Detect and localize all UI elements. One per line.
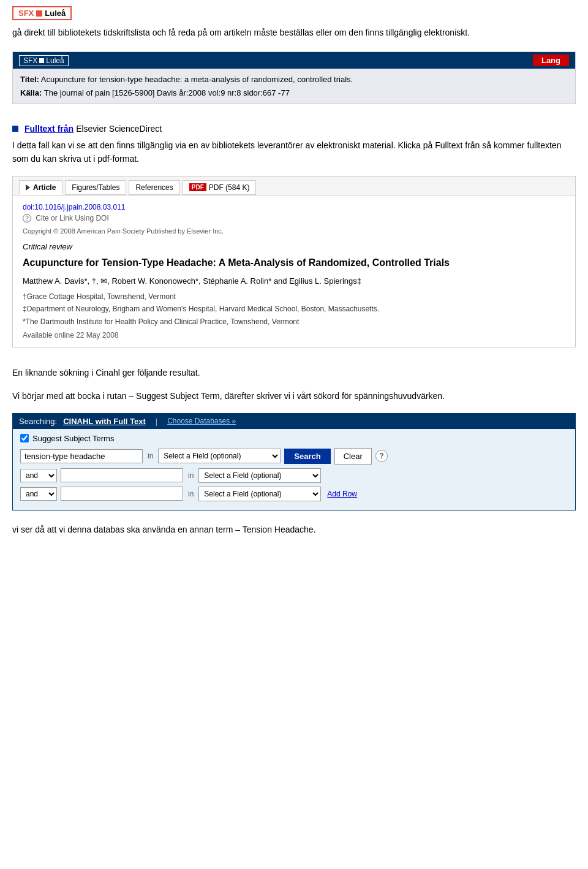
cinahl-intro-1: En liknande sökning i Cinahl ger följand… — [12, 366, 576, 379]
sfx-panel-body: Titel: Acupuncture for tension-type head… — [13, 69, 575, 104]
sfx-logo-top: SFX Luleå — [12, 6, 72, 20]
article-affil-2: ‡Department of Neurology, Brigham and Wo… — [23, 304, 565, 314]
sfx-title-label: Titel: — [20, 75, 39, 84]
article-type: Critical review — [23, 242, 565, 251]
pdf-icon: PDF — [189, 183, 206, 191]
tab-article[interactable]: Article — [19, 180, 62, 195]
article-affil-1: †Grace Cottage Hospital, Townshend, Verm… — [23, 292, 565, 302]
searching-label: Searching: — [19, 417, 57, 426]
fulltext-area: Fulltext från Elsevier ScienceDirect — [12, 116, 576, 139]
article-copyright: Copyright © 2008 American Pain Society P… — [23, 227, 565, 235]
sfx-text: SFX — [18, 9, 34, 18]
search-row-1: in Select a Field (optional) Search Clea… — [20, 448, 568, 465]
article-doi[interactable]: doi:10.1016/j.jpain.2008.03.011 — [23, 203, 565, 211]
in-label-3: in — [188, 490, 194, 498]
field-select-3[interactable]: Select a Field (optional) — [198, 487, 321, 501]
intro-paragraph: gå direkt till bibliotekets tidskriftsli… — [12, 26, 576, 39]
sfx-source-label: Källa: — [20, 88, 42, 97]
tab-article-label: Article — [33, 183, 56, 192]
tab-pdf[interactable]: PDF PDF (584 K) — [183, 180, 257, 195]
field-select-2[interactable]: Select a Field (optional) — [198, 468, 321, 483]
in-label-1: in — [148, 452, 153, 460]
help-button[interactable]: ? — [375, 450, 388, 462]
fulltext-provider: Elsevier ScienceDirect — [76, 124, 162, 134]
sfx-title-value: Acupuncture for tension-type headache: a… — [41, 75, 353, 84]
cite-circle-icon: ? — [23, 214, 31, 222]
sfx-panel: SFX Luleå Lang Titel: Acupuncture for te… — [12, 51, 576, 104]
tab-references[interactable]: References — [129, 180, 179, 195]
cinahl-body: Suggest Subject Terms in Select a Field … — [13, 429, 575, 510]
article-available: Available online 22 May 2008 — [23, 331, 565, 340]
suggest-label: Suggest Subject Terms — [32, 434, 114, 443]
field-select-1[interactable]: Select a Field (optional) — [158, 449, 281, 463]
sfx-source-value: The journal of pain [1526-5900] Davis år… — [44, 88, 290, 97]
article-body: doi:10.1016/j.jpain.2008.03.011 ? Cite o… — [13, 195, 575, 347]
pipe-separator: | — [156, 417, 157, 426]
lang-button[interactable]: Lang — [533, 55, 569, 66]
suggest-subject-row: Suggest Subject Terms — [20, 434, 568, 443]
sfx-panel-header: SFX Luleå Lang — [13, 52, 575, 69]
article-viewer: Article Figures/Tables References PDF PD… — [12, 176, 576, 347]
cinahl-search-box: Searching: CINAHL with Full Text | Choos… — [12, 413, 576, 510]
article-affil-3: *The Dartmouth Institute for Health Poli… — [23, 317, 565, 327]
fulltext-bullet — [12, 126, 18, 132]
cite-text: Cite or Link Using DOI — [36, 214, 108, 222]
cinahl-header: Searching: CINAHL with Full Text | Choos… — [13, 414, 575, 429]
tab-figures[interactable]: Figures/Tables — [65, 180, 126, 195]
cinahl-intro-2: Vi börjar med att bocka i rutan – Sugges… — [12, 389, 576, 403]
add-row-link[interactable]: Add Row — [327, 490, 357, 498]
tab-figures-label: Figures/Tables — [72, 183, 119, 192]
clear-button[interactable]: Clear — [334, 448, 372, 465]
tab-pdf-label: PDF (584 K) — [209, 183, 250, 192]
search-button[interactable]: Search — [284, 449, 330, 464]
fulltext-link[interactable]: Fulltext från — [24, 124, 74, 134]
article-cite[interactable]: ? Cite or Link Using DOI — [23, 214, 565, 223]
sfx-panel-logo: SFX Luleå — [19, 55, 69, 66]
search-input-3[interactable] — [61, 487, 183, 501]
operator-select-3[interactable]: and or not — [20, 487, 57, 501]
sfx-source-line: Källa: The journal of pain [1526-5900] D… — [20, 87, 568, 99]
article-tabs: Article Figures/Tables References PDF PD… — [13, 176, 575, 195]
article-authors: Matthew A. Davis*, †, ✉, Robert W. Konon… — [23, 276, 565, 286]
cinahl-db-name: CINAHL with Full Text — [63, 417, 146, 426]
search-row-3: and or not in Select a Field (optional) … — [20, 487, 568, 501]
sfx-panel-logo-sfx: SFX — [23, 56, 37, 65]
article-title: Acupuncture for Tension-Type Headache: A… — [23, 256, 565, 270]
lulea-text: Luleå — [45, 9, 66, 18]
operator-select-2[interactable]: and or not — [20, 469, 57, 482]
bottom-text: vi ser då att vi denna databas ska använ… — [12, 523, 576, 536]
suggest-checkbox[interactable] — [20, 434, 29, 442]
search-input-1[interactable] — [20, 449, 143, 463]
doi-text: doi:10.1016/j.jpain.2008.03.011 — [23, 203, 125, 211]
choose-databases-link[interactable]: Choose Databases » — [167, 417, 236, 425]
sfx-panel-logo-lulea: Luleå — [46, 56, 64, 65]
sfx-title-line: Titel: Acupuncture for tension-type head… — [20, 74, 568, 86]
search-input-2[interactable] — [61, 468, 183, 482]
article-triangle-icon — [26, 184, 30, 191]
sfx-separator — [36, 10, 42, 17]
paragraph-1: I detta fall kan vi se att den finns til… — [12, 139, 576, 166]
in-label-2: in — [188, 471, 194, 480]
tab-references-label: References — [135, 183, 173, 192]
sfx-panel-logo-sep — [39, 58, 44, 63]
search-row-2: and or not in Select a Field (optional) — [20, 468, 568, 483]
